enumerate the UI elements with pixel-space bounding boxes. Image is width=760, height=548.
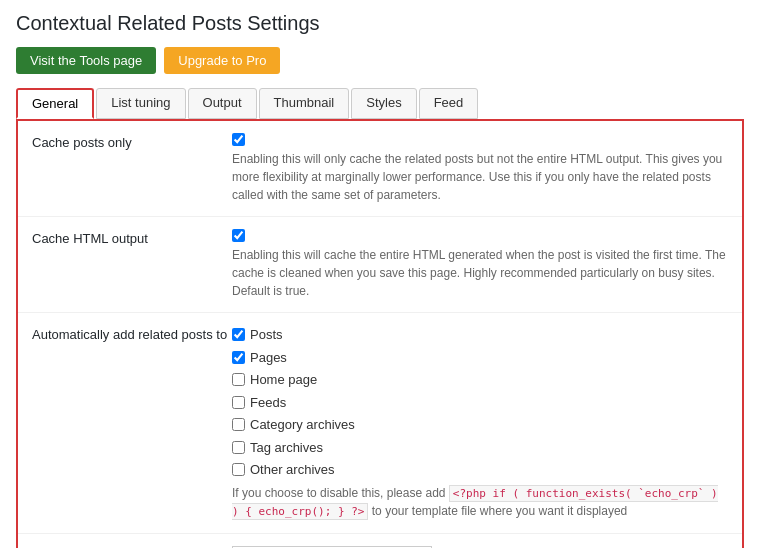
checkbox-auto-add-related-posts-4[interactable] [232,418,245,431]
button-row: Visit the Tools page Upgrade to Pro [16,47,744,74]
settings-row-cache-html-output: Cache HTML outputEnabling this will cach… [18,217,742,313]
desc-cache-posts-only: Enabling this will only cache the relate… [232,150,728,204]
checkbox-auto-add-related-posts-1[interactable] [232,351,245,364]
checkbox-item-auto-add-related-posts-5: Tag archives [232,438,728,458]
checkbox-label-auto-add-related-posts-2: Home page [250,370,317,390]
checkbox-label-auto-add-related-posts-1: Pages [250,348,287,368]
visit-tools-button[interactable]: Visit the Tools page [16,47,156,74]
settings-row-auto-add-related-posts: Automatically add related posts toPostsP… [18,313,742,534]
checkbox-auto-add-related-posts-5[interactable] [232,441,245,454]
upgrade-pro-button[interactable]: Upgrade to Pro [164,47,280,74]
checkbox-label-auto-add-related-posts-6: Other archives [250,460,335,480]
checkbox-label-auto-add-related-posts-3: Feeds [250,393,286,413]
checkbox-item-auto-add-related-posts-2: Home page [232,370,728,390]
checkbox-item-cache-html-output [232,229,728,242]
desc-cache-html-output: Enabling this will cache the entire HTML… [232,246,728,300]
checkbox-item-auto-add-related-posts-3: Feeds [232,393,728,413]
checkbox-cache-html-output[interactable] [232,229,245,242]
checkbox-item-auto-add-related-posts-1: Pages [232,348,728,368]
tab-general[interactable]: General [16,88,94,119]
checkbox-item-auto-add-related-posts-4: Category archives [232,415,728,435]
settings-panel: Cache posts onlyEnabling this will only … [16,119,744,548]
checkbox-cache-posts-only[interactable] [232,133,245,146]
tab-feed[interactable]: Feed [419,88,479,119]
page-title: Contextual Related Posts Settings [16,12,744,35]
row-label-cache-posts-only: Cache posts only [32,133,232,150]
checkbox-auto-add-related-posts-0[interactable] [232,328,245,341]
tab-styles[interactable]: Styles [351,88,416,119]
checkbox-auto-add-related-posts-3[interactable] [232,396,245,409]
row-content-cache-html-output: Enabling this will cache the entire HTML… [232,229,728,300]
checkbox-label-auto-add-related-posts-5: Tag archives [250,438,323,458]
row-content-auto-add-related-posts: PostsPagesHome pageFeedsCategory archive… [232,325,728,521]
checkbox-auto-add-related-posts-2[interactable] [232,373,245,386]
settings-row-display-location-priority: Display location prioritySelect the rela… [18,534,742,549]
row-content-cache-posts-only: Enabling this will only cache the relate… [232,133,728,204]
settings-row-cache-posts-only: Cache posts onlyEnabling this will only … [18,121,742,217]
checkbox-item-auto-add-related-posts-0: Posts [232,325,728,345]
tab-thumbnail[interactable]: Thumbnail [259,88,350,119]
checkbox-label-auto-add-related-posts-4: Category archives [250,415,355,435]
checkbox-item-cache-posts-only [232,133,728,146]
checkbox-label-auto-add-related-posts-0: Posts [250,325,283,345]
tabs-row: GeneralList tuningOutputThumbnailStylesF… [16,88,744,119]
row-label-auto-add-related-posts: Automatically add related posts to [32,325,232,342]
checkbox-auto-add-related-posts-6[interactable] [232,463,245,476]
tab-output[interactable]: Output [188,88,257,119]
checkbox-item-auto-add-related-posts-6: Other archives [232,460,728,480]
row-label-cache-html-output: Cache HTML output [32,229,232,246]
desc-auto-add-related-posts: If you choose to disable this, please ad… [232,484,728,521]
tab-list-tuning[interactable]: List tuning [96,88,185,119]
